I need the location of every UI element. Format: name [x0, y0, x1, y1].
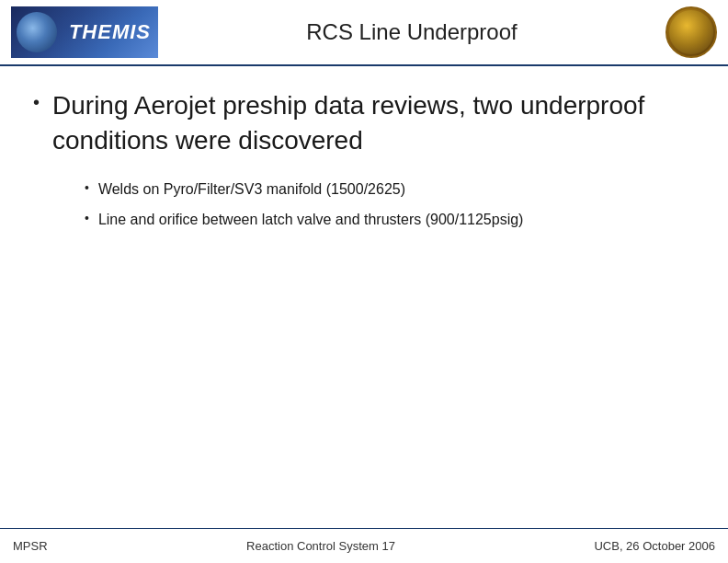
main-content: • During Aerojet preship data reviews, t…	[0, 66, 728, 258]
sub-bullet-dot-2: •	[85, 211, 89, 225]
athena-logo	[665, 6, 717, 58]
themis-logo: THEMIS	[11, 6, 158, 58]
footer-left: MPSR	[13, 539, 48, 553]
sub-bullet-text-1: Welds on Pyro/Filter/SV3 manifold (1500/…	[98, 178, 405, 200]
slide-title: RCS Line Underproof	[158, 19, 665, 45]
themis-logo-text: THEMIS	[69, 20, 151, 44]
header: THEMIS RCS Line Underproof	[0, 0, 728, 66]
main-bullet-text: During Aerojet preship data reviews, two…	[52, 88, 695, 158]
main-bullet-dot: •	[33, 92, 40, 113]
footer-right: UCB, 26 October 2006	[594, 539, 715, 553]
sub-bullet-dot-1: •	[85, 180, 89, 195]
footer-center: Reaction Control System 17	[246, 539, 395, 553]
footer: MPSR Reaction Control System 17 UCB, 26 …	[0, 528, 728, 563]
sub-bullet-item-2: • Line and orifice between latch valve a…	[85, 209, 695, 230]
sub-bullet-item-1: • Welds on Pyro/Filter/SV3 manifold (150…	[85, 178, 695, 200]
main-bullet-item: • During Aerojet preship data reviews, t…	[33, 88, 695, 158]
sub-bullets-list: • Welds on Pyro/Filter/SV3 manifold (150…	[85, 178, 695, 230]
sub-bullet-text-2: Line and orifice between latch valve and…	[98, 209, 524, 230]
